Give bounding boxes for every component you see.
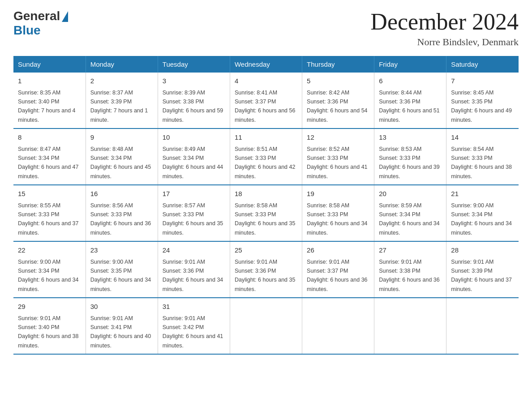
weekday-header-friday: Friday [374, 56, 446, 73]
day-info: Sunrise: 9:01 AMSunset: 3:41 PMDaylight:… [90, 315, 151, 349]
day-number: 4 [235, 76, 297, 86]
day-info: Sunrise: 9:00 AMSunset: 3:34 PMDaylight:… [18, 259, 79, 292]
day-info: Sunrise: 8:35 AMSunset: 3:40 PMDaylight:… [18, 90, 76, 123]
day-info: Sunrise: 9:01 AMSunset: 3:38 PMDaylight:… [379, 259, 440, 292]
calendar-body: 1Sunrise: 8:35 AMSunset: 3:40 PMDaylight… [13, 73, 519, 354]
day-info: Sunrise: 8:58 AMSunset: 3:33 PMDaylight:… [307, 202, 368, 236]
day-info: Sunrise: 8:52 AMSunset: 3:33 PMDaylight:… [307, 146, 368, 180]
calendar-day: 5Sunrise: 8:42 AMSunset: 3:36 PMDaylight… [302, 73, 374, 128]
calendar-header: SundayMondayTuesdayWednesdayThursdayFrid… [13, 56, 519, 73]
logo-triangle-icon [62, 11, 68, 22]
calendar-day: 21Sunrise: 9:00 AMSunset: 3:34 PMDayligh… [446, 185, 519, 241]
day-number: 19 [307, 189, 369, 199]
day-info: Sunrise: 8:45 AMSunset: 3:35 PMDaylight:… [451, 90, 512, 123]
day-number: 20 [379, 189, 442, 199]
day-info: Sunrise: 8:49 AMSunset: 3:34 PMDaylight:… [163, 146, 223, 180]
weekday-header-monday: Monday [86, 56, 158, 73]
calendar-day: 31Sunrise: 9:01 AMSunset: 3:42 PMDayligh… [158, 298, 230, 354]
day-number: 7 [451, 76, 514, 86]
day-number: 5 [307, 76, 369, 86]
calendar-day: 29Sunrise: 9:01 AMSunset: 3:40 PMDayligh… [13, 298, 86, 354]
day-number: 25 [235, 245, 297, 256]
day-info: Sunrise: 8:56 AMSunset: 3:33 PMDaylight:… [90, 202, 151, 236]
day-number: 18 [235, 189, 297, 199]
day-info: Sunrise: 8:41 AMSunset: 3:37 PMDaylight:… [235, 90, 296, 123]
day-info: Sunrise: 9:01 AMSunset: 3:36 PMDaylight:… [235, 259, 296, 292]
calendar-day: 7Sunrise: 8:45 AMSunset: 3:35 PMDaylight… [446, 73, 519, 128]
day-info: Sunrise: 8:37 AMSunset: 3:39 PMDaylight:… [90, 90, 148, 123]
day-info: Sunrise: 8:59 AMSunset: 3:34 PMDaylight:… [379, 202, 440, 236]
calendar-day: 4Sunrise: 8:41 AMSunset: 3:37 PMDaylight… [230, 73, 302, 128]
day-number: 10 [163, 133, 225, 143]
weekday-header-row: SundayMondayTuesdayWednesdayThursdayFrid… [13, 56, 519, 73]
calendar-day: 17Sunrise: 8:57 AMSunset: 3:33 PMDayligh… [158, 185, 230, 241]
calendar-day: 19Sunrise: 8:58 AMSunset: 3:33 PMDayligh… [302, 185, 374, 241]
calendar-day: 23Sunrise: 9:00 AMSunset: 3:35 PMDayligh… [86, 241, 158, 298]
day-number: 14 [451, 133, 514, 143]
day-info: Sunrise: 9:00 AMSunset: 3:34 PMDaylight:… [451, 202, 512, 236]
calendar-week-5: 29Sunrise: 9:01 AMSunset: 3:40 PMDayligh… [13, 298, 519, 354]
day-info: Sunrise: 9:01 AMSunset: 3:42 PMDaylight:… [163, 315, 223, 349]
calendar-day [374, 298, 446, 354]
calendar-day: 1Sunrise: 8:35 AMSunset: 3:40 PMDaylight… [13, 73, 86, 128]
calendar-day [446, 298, 519, 354]
weekday-header-saturday: Saturday [446, 56, 519, 73]
day-info: Sunrise: 9:00 AMSunset: 3:35 PMDaylight:… [90, 259, 151, 292]
month-title: December 2024 [370, 9, 519, 34]
calendar-day: 20Sunrise: 8:59 AMSunset: 3:34 PMDayligh… [374, 185, 446, 241]
calendar-day: 8Sunrise: 8:47 AMSunset: 3:34 PMDaylight… [13, 128, 86, 185]
calendar-week-3: 15Sunrise: 8:55 AMSunset: 3:33 PMDayligh… [13, 185, 519, 241]
calendar-day: 11Sunrise: 8:51 AMSunset: 3:33 PMDayligh… [230, 128, 302, 185]
day-info: Sunrise: 9:01 AMSunset: 3:37 PMDaylight:… [307, 259, 368, 292]
calendar-day: 24Sunrise: 9:01 AMSunset: 3:36 PMDayligh… [158, 241, 230, 298]
logo-blue-text: Blue [13, 23, 41, 38]
day-number: 17 [163, 189, 225, 199]
day-info: Sunrise: 8:51 AMSunset: 3:33 PMDaylight:… [235, 146, 296, 180]
calendar-day: 10Sunrise: 8:49 AMSunset: 3:34 PMDayligh… [158, 128, 230, 185]
day-number: 31 [163, 302, 225, 312]
calendar-day: 30Sunrise: 9:01 AMSunset: 3:41 PMDayligh… [86, 298, 158, 354]
day-number: 28 [451, 245, 514, 256]
day-number: 26 [307, 245, 369, 256]
day-info: Sunrise: 8:54 AMSunset: 3:33 PMDaylight:… [451, 146, 512, 180]
day-number: 1 [18, 76, 81, 86]
calendar-day: 13Sunrise: 8:53 AMSunset: 3:33 PMDayligh… [374, 128, 446, 185]
day-number: 29 [18, 302, 81, 312]
weekday-header-thursday: Thursday [302, 56, 374, 73]
logo: General Blue [13, 9, 68, 38]
calendar-day: 14Sunrise: 8:54 AMSunset: 3:33 PMDayligh… [446, 128, 519, 185]
calendar-day [302, 298, 374, 354]
day-info: Sunrise: 8:55 AMSunset: 3:33 PMDaylight:… [18, 202, 79, 236]
day-number: 3 [163, 76, 225, 86]
day-info: Sunrise: 9:01 AMSunset: 3:36 PMDaylight:… [163, 259, 223, 292]
day-number: 16 [90, 189, 153, 199]
day-number: 24 [163, 245, 225, 256]
location-title: Norre Bindslev, Denmark [370, 36, 519, 48]
calendar-day: 25Sunrise: 9:01 AMSunset: 3:36 PMDayligh… [230, 241, 302, 298]
title-area: December 2024 Norre Bindslev, Denmark [370, 9, 519, 48]
day-info: Sunrise: 8:53 AMSunset: 3:33 PMDaylight:… [379, 146, 440, 180]
calendar-day: 2Sunrise: 8:37 AMSunset: 3:39 PMDaylight… [86, 73, 158, 128]
page-header: General Blue December 2024 Norre Bindsle… [13, 9, 519, 48]
day-number: 30 [90, 302, 153, 312]
weekday-header-sunday: Sunday [13, 56, 86, 73]
weekday-header-tuesday: Tuesday [158, 56, 230, 73]
day-info: Sunrise: 8:57 AMSunset: 3:33 PMDaylight:… [163, 202, 223, 236]
day-number: 13 [379, 133, 442, 143]
day-number: 6 [379, 76, 442, 86]
calendar-week-4: 22Sunrise: 9:00 AMSunset: 3:34 PMDayligh… [13, 241, 519, 298]
day-info: Sunrise: 9:01 AMSunset: 3:39 PMDaylight:… [451, 259, 512, 292]
calendar-week-2: 8Sunrise: 8:47 AMSunset: 3:34 PMDaylight… [13, 128, 519, 185]
day-info: Sunrise: 8:39 AMSunset: 3:38 PMDaylight:… [163, 90, 223, 123]
day-info: Sunrise: 8:44 AMSunset: 3:36 PMDaylight:… [379, 90, 440, 123]
day-info: Sunrise: 8:42 AMSunset: 3:36 PMDaylight:… [307, 90, 368, 123]
calendar-day: 22Sunrise: 9:00 AMSunset: 3:34 PMDayligh… [13, 241, 86, 298]
day-number: 8 [18, 133, 81, 143]
day-info: Sunrise: 8:58 AMSunset: 3:33 PMDaylight:… [235, 202, 296, 236]
day-number: 23 [90, 245, 153, 256]
calendar-day: 12Sunrise: 8:52 AMSunset: 3:33 PMDayligh… [302, 128, 374, 185]
day-info: Sunrise: 9:01 AMSunset: 3:40 PMDaylight:… [18, 315, 79, 349]
day-info: Sunrise: 8:48 AMSunset: 3:34 PMDaylight:… [90, 146, 151, 180]
calendar-day: 27Sunrise: 9:01 AMSunset: 3:38 PMDayligh… [374, 241, 446, 298]
calendar-day: 15Sunrise: 8:55 AMSunset: 3:33 PMDayligh… [13, 185, 86, 241]
